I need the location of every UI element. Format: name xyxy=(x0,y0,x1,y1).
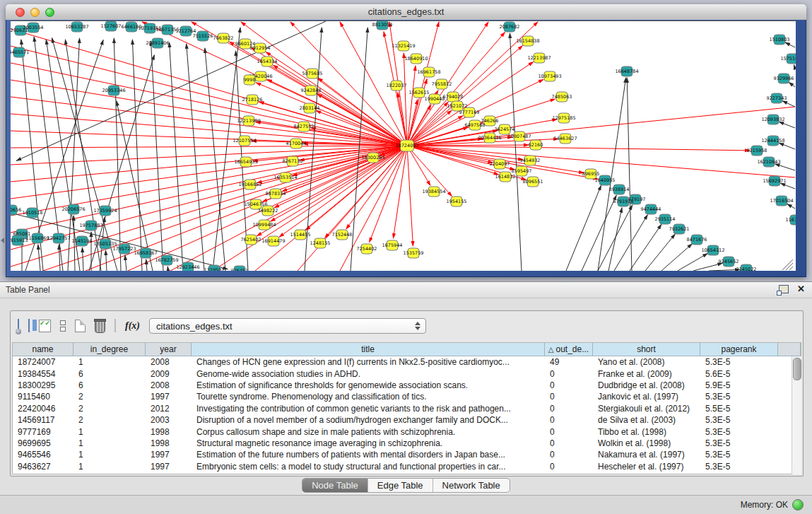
table-cell: 1 xyxy=(73,462,146,472)
citation-network-graph[interactable]: 2306312440557110035541065328715276076466… xyxy=(11,21,796,271)
table-cell: 5.6E-5 xyxy=(700,369,778,379)
table-cell: 9699695 xyxy=(13,438,73,448)
svg-text:3498222: 3498222 xyxy=(258,208,278,214)
svg-text:15692971: 15692971 xyxy=(763,178,786,184)
svg-text:12975185: 12975185 xyxy=(552,115,575,121)
svg-text:8938914: 8938914 xyxy=(609,187,630,192)
table-cell: 9463627 xyxy=(13,462,73,472)
table-select-dropdown[interactable]: citations_edges.txt xyxy=(149,318,426,334)
new-column-icon[interactable] xyxy=(75,320,86,332)
svg-text:9777169: 9777169 xyxy=(459,110,480,115)
svg-text:5875685: 5875685 xyxy=(302,71,323,76)
svg-text:17016504: 17016504 xyxy=(770,198,793,204)
svg-text:4405571: 4405571 xyxy=(11,49,29,55)
svg-text:16648784: 16648784 xyxy=(615,69,638,74)
table-row[interactable]: 946362711997Embryonic stem cells: a mode… xyxy=(13,461,801,472)
table-cell: Embryonic stem cells: a model to study s… xyxy=(192,462,545,472)
table-row[interactable]: 1830029562008Estimation of significance … xyxy=(13,380,801,391)
svg-text:1248155: 1248155 xyxy=(310,240,331,246)
table-cell: Hescheler et al. (1997) xyxy=(593,462,700,472)
svg-text:7515526: 7515526 xyxy=(193,33,213,39)
close-panel-icon[interactable]: ✕ xyxy=(797,284,805,294)
table-body[interactable]: 1872400712008Changes of HCN gene express… xyxy=(13,356,801,472)
column-header-name[interactable]: name xyxy=(13,343,73,356)
svg-text:12942757: 12942757 xyxy=(47,235,70,241)
table-cell: Estimation of significance thresholds fo… xyxy=(192,380,545,390)
svg-text:20364436: 20364436 xyxy=(478,135,501,141)
svg-text:1514455: 1514455 xyxy=(290,232,311,238)
tab-network-table[interactable]: Network Table xyxy=(433,479,510,492)
column-header-year[interactable]: year xyxy=(146,343,192,356)
table-cell: Structural magnetic resonance image aver… xyxy=(192,438,545,448)
column-header-title[interactable]: title xyxy=(192,343,545,356)
delete-table-icon[interactable] xyxy=(114,320,116,332)
table-cell: 0 xyxy=(545,415,593,425)
svg-text:2087682: 2087682 xyxy=(500,24,520,30)
svg-text:7152448: 7152448 xyxy=(332,232,353,238)
table-settings-icon[interactable] xyxy=(18,320,19,332)
table-row[interactable]: 1456911722003Disruption of a novel membe… xyxy=(13,414,801,426)
svg-text:6497568: 6497568 xyxy=(465,122,486,128)
column-header-short[interactable]: short xyxy=(593,343,700,356)
table-cell: Yano et al. (2008) xyxy=(593,357,700,367)
table-row[interactable]: 911546021997Tourette syndrome. Phenomeno… xyxy=(13,391,801,402)
table-cell: 19384554 xyxy=(13,369,73,379)
table-cell: Tibbo et al. (1998) xyxy=(593,427,700,437)
svg-text:18724007: 18724007 xyxy=(395,143,418,148)
svg-text:8912954: 8912954 xyxy=(250,45,271,51)
tab-edge-table[interactable]: Edge Table xyxy=(368,479,433,492)
table-row[interactable]: 977716911998Corpus callosum shape and si… xyxy=(13,426,801,437)
row-selection-icon[interactable]: ✓✓ xyxy=(39,320,51,332)
table-tabs: Node TableEdge TableNetwork Table xyxy=(0,478,812,493)
svg-text:7254402: 7254402 xyxy=(357,246,377,252)
node-table[interactable]: namein_degreeyeartitle△out_de...shortpag… xyxy=(12,342,801,474)
svg-text:10999484: 10999484 xyxy=(252,222,276,228)
table-cell: 0 xyxy=(545,462,593,472)
svg-text:9998: 9998 xyxy=(244,77,256,83)
column-header-pagerank[interactable]: pagerank xyxy=(700,343,778,356)
show-column-icon[interactable] xyxy=(28,320,30,332)
table-row[interactable]: 1872400712008Changes of HCN gene express… xyxy=(13,356,801,368)
svg-text:3624574: 3624574 xyxy=(495,127,515,132)
table-row[interactable]: 2242004622012Investigating the contribut… xyxy=(13,403,801,414)
table-cell: 49 xyxy=(545,357,593,367)
table-header-row[interactable]: namein_degreeyeartitle△out_de...shortpag… xyxy=(13,343,801,356)
svg-text:15751074: 15751074 xyxy=(780,56,796,62)
svg-text:8878334: 8878334 xyxy=(266,191,286,197)
svg-text:20953346: 20953346 xyxy=(102,88,125,93)
window-titlebar[interactable]: citations_edges.txt xyxy=(6,4,806,21)
table-cell: Estimation of the future numbers of pati… xyxy=(192,450,545,460)
column-header-out_de[interactable]: △out_de... xyxy=(545,343,593,356)
svg-text:8471676: 8471676 xyxy=(687,237,707,243)
table-scrollbar[interactable] xyxy=(792,356,801,474)
delete-column-icon[interactable] xyxy=(95,321,105,333)
svg-text:11156869: 11156869 xyxy=(25,235,49,241)
table-cell: 2 xyxy=(73,415,146,425)
table-row[interactable]: 969969511998Structural magnetic resonanc… xyxy=(13,438,801,449)
column-header-in_degree[interactable]: in_degree xyxy=(73,343,146,356)
network-canvas[interactable]: 2306312440557110035541065328715276076466… xyxy=(11,21,796,271)
svg-text:8595497: 8595497 xyxy=(512,168,532,174)
svg-text:16353514: 16353514 xyxy=(273,175,297,180)
svg-text:2204097: 2204097 xyxy=(490,161,510,167)
table-cell: Jankovic et al. (1997) xyxy=(593,392,700,402)
svg-text:19166852: 19166852 xyxy=(238,182,261,187)
svg-text:1535759: 1535759 xyxy=(404,250,424,256)
row-height-icon[interactable] xyxy=(60,320,66,332)
tab-node-table[interactable]: Node Table xyxy=(302,479,368,492)
float-panel-icon[interactable] xyxy=(779,285,789,293)
table-scrollbar-thumb[interactable] xyxy=(793,358,801,380)
table-cell: 6 xyxy=(73,369,146,379)
svg-text:1990448: 1990448 xyxy=(425,96,445,102)
svg-text:12213989: 12213989 xyxy=(237,118,260,124)
table-cell: 1997 xyxy=(146,450,192,460)
table-row[interactable]: 1938455462009Genome-wide association stu… xyxy=(13,368,801,379)
table-cell: 2 xyxy=(73,404,146,414)
table-cell: 5.3E-5 xyxy=(700,392,778,402)
function-builder-icon[interactable]: f(x) xyxy=(125,320,140,332)
table-cell: 1997 xyxy=(146,392,192,402)
collapse-panel-icon[interactable] xyxy=(1,238,4,243)
table-cell: 9465546 xyxy=(13,450,73,460)
table-cell: 14569117 xyxy=(13,415,73,425)
table-row[interactable]: 946554611997Estimation of the future num… xyxy=(13,449,801,460)
